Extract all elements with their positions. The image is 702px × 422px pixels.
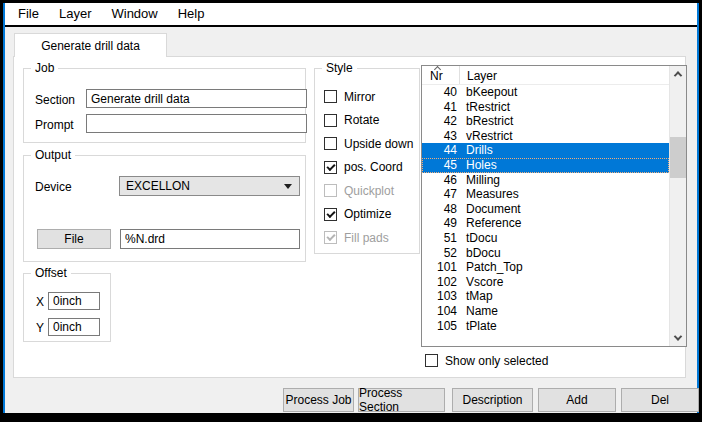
tab-generate-drill-data[interactable]: Generate drill data <box>14 33 167 57</box>
offset-x-input[interactable] <box>48 292 100 310</box>
layer-row-name: Document <box>460 202 521 217</box>
layer-row-name: bKeepout <box>460 85 517 100</box>
layer-row-nr: 105 <box>422 319 460 334</box>
scroll-up-icon <box>674 71 682 79</box>
menu-item-help[interactable]: Help <box>168 3 215 25</box>
layer-row-nr: 49 <box>422 216 460 231</box>
checkbox-mirror[interactable] <box>324 90 337 103</box>
layer-row-tmap[interactable]: 103tMap <box>422 289 669 304</box>
prompt-label: Prompt <box>35 118 74 132</box>
layer-row-document[interactable]: 48Document <box>422 202 669 217</box>
layer-list-header: Nr Layer <box>422 66 669 85</box>
layer-row-tdocu[interactable]: 51tDocu <box>422 231 669 246</box>
menu-item-file[interactable]: File <box>8 3 49 25</box>
layer-row-drills[interactable]: 44Drills <box>422 143 669 158</box>
dropdown-arrow-icon <box>284 184 292 189</box>
show-only-selected-checkbox[interactable] <box>425 354 438 367</box>
layer-row-name: bDocu <box>460 246 501 261</box>
column-header-layer[interactable]: Layer <box>460 66 497 84</box>
checkbox-label-pos-coord: pos. Coord <box>344 160 403 174</box>
layer-row-bkeepout[interactable]: 40bKeepout <box>422 85 669 100</box>
checkbox-label-upside-down: Upside down <box>344 137 413 151</box>
checkbox-rotate[interactable] <box>324 114 337 127</box>
show-only-selected-label: Show only selected <box>445 354 548 368</box>
process-section-button[interactable]: Process Section <box>358 388 445 412</box>
section-label: Section <box>35 93 75 107</box>
scroll-thumb[interactable] <box>670 137 686 178</box>
checkbox-label-mirror: Mirror <box>344 90 375 104</box>
layer-row-nr: 46 <box>422 173 460 188</box>
layer-row-nr: 40 <box>422 85 460 100</box>
dialog-pane: Job Section Prompt Output Device EXCELLO… <box>13 56 686 378</box>
layer-row-holes[interactable]: 45Holes <box>422 158 669 173</box>
offset-group: Offset X Y <box>23 273 111 342</box>
checkbox-optimize[interactable] <box>324 208 337 221</box>
scroll-down-icon <box>674 332 682 340</box>
layer-row-trestrict[interactable]: 41tRestrict <box>422 100 669 115</box>
style-option-mirror[interactable]: Mirror <box>324 90 413 103</box>
scroll-down-button[interactable] <box>670 330 686 346</box>
layer-row-vscore[interactable]: 102Vscore <box>422 275 669 290</box>
layer-row-name: Measures <box>460 187 519 202</box>
layer-row-brestrict[interactable]: 42bRestrict <box>422 114 669 129</box>
style-option-rotate[interactable]: Rotate <box>324 114 413 127</box>
layer-row-name: Holes <box>460 158 497 173</box>
layer-list: Nr Layer 40bKeepout41tRestrict42bRestric… <box>421 65 687 347</box>
layer-list-rows: 40bKeepout41tRestrict42bRestrict43vRestr… <box>422 85 669 346</box>
layer-row-nr: 45 <box>422 158 460 173</box>
layer-row-name: Reference <box>460 216 521 231</box>
layer-row-nr: 51 <box>422 231 460 246</box>
layer-row-nr: 103 <box>422 289 460 304</box>
offset-y-input[interactable] <box>48 318 100 336</box>
layer-row-name: Patch_Top <box>460 260 523 275</box>
scroll-up-button[interactable] <box>670 66 686 82</box>
layer-row-nr: 104 <box>422 304 460 319</box>
layer-row-reference[interactable]: 49Reference <box>422 216 669 231</box>
device-select[interactable]: EXCELLON <box>119 176 300 196</box>
style-group-title: Style <box>322 61 357 75</box>
layer-row-name[interactable]: 104Name <box>422 304 669 319</box>
file-button[interactable]: File <box>37 229 111 249</box>
window-frame: FileLayerWindowHelp Generate drill data … <box>3 3 699 413</box>
layer-row-tplate[interactable]: 105tPlate <box>422 319 669 334</box>
prompt-input[interactable] <box>86 114 307 133</box>
section-input[interactable] <box>86 89 307 108</box>
style-option-optimize[interactable]: Optimize <box>324 208 413 221</box>
description-button[interactable]: Description <box>452 388 533 412</box>
cam-processor-window: FileLayerWindowHelp Generate drill data … <box>0 0 702 422</box>
del-button[interactable]: Del <box>621 388 699 412</box>
layer-row-vrestrict[interactable]: 43vRestrict <box>422 129 669 144</box>
layer-row-name: vRestrict <box>460 129 513 144</box>
menu-item-window[interactable]: Window <box>101 3 167 25</box>
layer-row-name: tRestrict <box>460 100 510 115</box>
layer-row-milling[interactable]: 46Milling <box>422 173 669 188</box>
layer-row-nr: 102 <box>422 275 460 290</box>
checkbox-quickplot <box>324 184 337 197</box>
checkbox-label-quickplot: Quickplot <box>344 184 394 198</box>
process-job-button[interactable]: Process Job <box>283 388 354 412</box>
device-label: Device <box>35 180 72 194</box>
file-path-input[interactable] <box>120 229 300 249</box>
checkbox-upside-down[interactable] <box>324 137 337 150</box>
checkbox-pos-coord[interactable] <box>324 161 337 174</box>
offset-x-label: X <box>36 295 44 309</box>
layer-row-name: Drills <box>460 143 493 158</box>
column-header-nr[interactable]: Nr <box>422 66 460 84</box>
menu-item-layer[interactable]: Layer <box>49 3 102 25</box>
layer-row-nr: 48 <box>422 202 460 217</box>
menu-bar: FileLayerWindowHelp <box>5 3 697 27</box>
offset-y-label: Y <box>36 321 44 335</box>
style-option-pos-coord[interactable]: pos. Coord <box>324 161 413 174</box>
layer-row-patch-top[interactable]: 101Patch_Top <box>422 260 669 275</box>
layer-row-nr: 101 <box>422 260 460 275</box>
layer-row-measures[interactable]: 47Measures <box>422 187 669 202</box>
layer-row-name: tPlate <box>460 319 497 334</box>
scrollbar[interactable] <box>669 66 686 346</box>
layer-row-bdocu[interactable]: 52bDocu <box>422 246 669 261</box>
layer-row-nr: 44 <box>422 143 460 158</box>
dialog-body: Generate drill data Job Section Prompt O… <box>5 29 697 413</box>
checkbox-fill-pads <box>324 231 337 244</box>
add-button[interactable]: Add <box>538 388 616 412</box>
style-option-upside-down[interactable]: Upside down <box>324 137 413 150</box>
layer-row-name: Milling <box>460 173 500 188</box>
